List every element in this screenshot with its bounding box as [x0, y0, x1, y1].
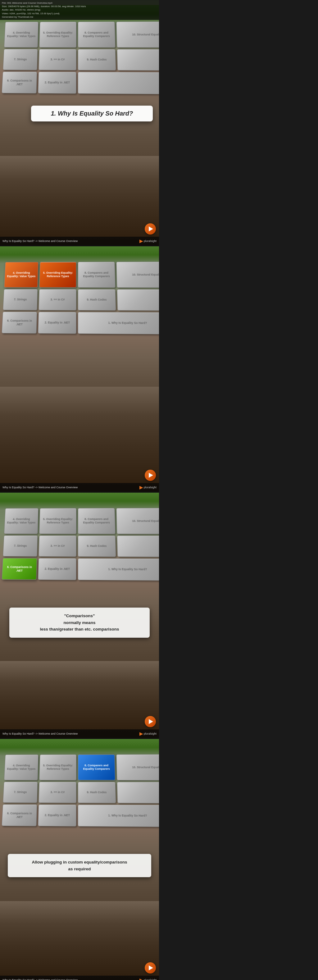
block-4-f2: 4. Overriding Equality: Value Types	[4, 262, 38, 288]
ps-icon-2: ▶	[140, 485, 143, 490]
block-3-eq-csharp: 3. == in C#	[38, 49, 76, 70]
ps-icon-3: ▶	[140, 731, 143, 736]
block-5-f4: 5. Overriding Equality: Reference Types	[39, 754, 76, 780]
play-icon-4	[149, 966, 153, 970]
ps-logo-3: ▶ pluralsight	[140, 731, 156, 736]
block-empty-r2	[117, 49, 159, 70]
ps-text-4: pluralsight	[144, 978, 156, 980]
block-9-hash: 9. Hash Codes	[78, 49, 116, 70]
block-10-f3: 10. Structural Equality	[116, 508, 159, 534]
block-5-overriding-ref: 5. Overriding Equality: Reference Types	[39, 22, 76, 48]
block-empty-r2-f3	[117, 536, 159, 557]
block-6-f2: 6. Comparisons in .NET	[2, 312, 37, 334]
grass-3	[0, 493, 159, 510]
play-button-3[interactable]	[145, 716, 156, 727]
block-8-f4: 8. Comparers and Equality Comparers	[78, 754, 115, 780]
ps-logo-1: ▶ pluralsight	[140, 239, 156, 243]
grass-2	[0, 246, 159, 263]
play-icon-3	[149, 719, 153, 724]
block-10-structural: 10. Structural Equality	[116, 21, 159, 48]
block-2-equality-net: 2. Equality in .NET	[38, 72, 76, 94]
bottom-bar-2: Why Is Equality So Hard? -> Welcome and …	[0, 483, 159, 492]
stone-wall-3: 4. Overriding Equality: Value Types 5. O…	[1, 508, 159, 605]
block-empty-r3	[78, 72, 159, 94]
block-8-f3: 8. Comparers and Equality Comparers	[78, 508, 115, 534]
block-8-comparers: 8. Comparers and Equality Comparers	[78, 22, 115, 48]
block-empty-r2-f2	[117, 289, 159, 310]
stone-wall-1: 4. Overriding Equality: Value Types 5. O…	[1, 22, 159, 114]
ps-text-1: pluralsight	[144, 240, 156, 243]
rocky-3	[0, 661, 159, 729]
main-title-text-1: 1. Why Is Equality So Hard?	[51, 110, 133, 117]
info-text-3: "Comparisons"normally meansless than/gre…	[16, 612, 143, 633]
play-button-1[interactable]	[145, 223, 156, 234]
block-7-strings: 7. Strings	[3, 49, 38, 70]
bottom-text-4: Why Is Equality So Hard? -> Welcome and …	[3, 978, 140, 980]
block-9-f2: 9. Hash Codes	[78, 289, 116, 310]
play-button-4[interactable]	[145, 962, 156, 974]
block-empty-r2-f4	[117, 782, 159, 803]
block-9-f3: 9. Hash Codes	[78, 536, 116, 557]
audio-text: Audio: aac, 44100 Hz, stereo (eng)	[2, 8, 157, 11]
bottom-text-3: Why Is Equality So Hard? -> Welcome and …	[3, 732, 140, 735]
block-2-f2: 2. Equality in .NET	[38, 312, 76, 334]
block-2-f3: 2. Equality in .NET	[38, 558, 76, 580]
generated-text: Generated by Thumbnail.me	[2, 15, 157, 19]
video-text: Video: h264, yuv420p, 102 4x768, 15.00 f…	[2, 12, 157, 15]
block-6-comparisons: 6. Comparisons in .NET	[2, 72, 37, 94]
frame-1: File: 001 Welcome and Course Overview.mp…	[0, 0, 159, 245]
block-7-f2: 7. Strings	[3, 289, 38, 310]
ps-icon-4: ▶	[140, 977, 143, 980]
block-2-f4: 2. Equality in .NET	[38, 805, 76, 827]
block-6-f3: 6. Comparisons in .NET	[2, 558, 37, 580]
grass-4	[0, 739, 159, 756]
file-info-bar: File: 001 Welcome and Course Overview.mp…	[0, 0, 159, 20]
block-3-f3: 3. == in C#	[38, 536, 76, 557]
rocky-2	[0, 387, 159, 483]
bottom-bar-3: Why Is Equality So Hard? -> Welcome and …	[0, 729, 159, 738]
block-10-f4: 10. Structural Equality	[116, 754, 159, 780]
filename-text: File: 001 Welcome and Course Overview.mp…	[2, 1, 157, 5]
block-4-f3: 4. Overriding Equality: Value Types	[4, 508, 38, 534]
ps-text-2: pluralsight	[144, 486, 156, 489]
ps-logo-4: ▶ pluralsight	[140, 977, 156, 980]
bottom-text-1: Why Is Equality So Hard? -> Welcome and …	[3, 240, 140, 243]
play-icon-1	[149, 226, 153, 231]
block-4-overriding-value: 4. Overriding Equality: Value Types	[4, 22, 38, 48]
bottom-bar-4: Why Is Equality So Hard? -> Welcome and …	[0, 976, 159, 980]
block-1-f3: 1. Why Is Equality So Hard?	[78, 558, 159, 581]
block-4-f4: 4. Overriding Equality: Value Types	[4, 754, 38, 780]
play-icon-2	[149, 473, 153, 478]
bottom-bar-1: Why Is Equality So Hard? -> Welcome and …	[0, 237, 159, 245]
size-text: Size: 39054076 bytes (28.66 MiB), durati…	[2, 5, 157, 8]
bottom-text-2: Why Is Equality So Hard? -> Welcome and …	[3, 486, 140, 489]
stone-wall-2: 4. Overriding Equality: Value Types 5. O…	[1, 262, 159, 358]
frame-4: 4. Overriding Equality: Value Types 5. O…	[0, 739, 159, 980]
frame-2: 4. Overriding Equality: Value Types 5. O…	[0, 246, 159, 492]
block-5-f2: 5. Overriding Equality: Reference Types	[39, 262, 76, 288]
play-button-2[interactable]	[145, 470, 156, 481]
block-6-f4: 6. Comparisons in .NET	[2, 805, 37, 826]
frame-3: 4. Overriding Equality: Value Types 5. O…	[0, 493, 159, 738]
block-8-f2: 8. Comparers and Equality Comparers	[78, 262, 115, 288]
ps-logo-2: ▶ pluralsight	[140, 485, 156, 490]
stone-wall-4: 4. Overriding Equality: Value Types 5. O…	[1, 754, 159, 851]
info-text-4: Allow plugging in custom equality/compar…	[14, 859, 145, 872]
block-3-f4: 3. == in C#	[38, 782, 76, 803]
block-9-f4: 9. Hash Codes	[78, 782, 116, 803]
block-10-f2: 10. Structural Equality	[116, 261, 159, 288]
info-banner-3: "Comparisons"normally meansless than/gre…	[9, 608, 150, 638]
rocky-ground-1	[0, 156, 159, 237]
rocky-4	[0, 901, 159, 976]
main-title-banner-1: 1. Why Is Equality So Hard?	[31, 106, 153, 121]
block-7-f3: 7. Strings	[3, 536, 38, 557]
ps-text-3: pluralsight	[144, 732, 156, 735]
block-5-f3: 5. Overriding Equality: Reference Types	[39, 508, 76, 534]
info-banner-4: Allow plugging in custom equality/compar…	[8, 854, 151, 877]
block-7-f4: 7. Strings	[3, 782, 38, 803]
block-1-f2: 1. Why Is Equality So Hard?	[78, 312, 159, 334]
ps-icon-1: ▶	[140, 239, 143, 243]
block-3-f2: 3. == in C#	[38, 289, 76, 310]
block-1-f4: 1. Why Is Equality So Hard?	[78, 805, 159, 827]
